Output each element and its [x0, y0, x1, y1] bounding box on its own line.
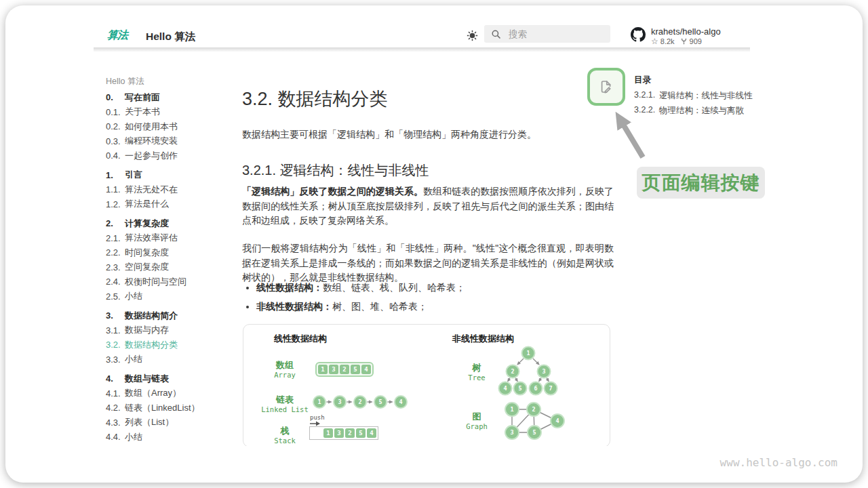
- sidebar-item-2-1[interactable]: 2.1.算法效率评估: [106, 231, 235, 246]
- svg-text:2: 2: [358, 399, 361, 405]
- sidebar-nav: Hello 算法 0.写在前面 0.1.关于本书 0.2.如何使用本书 0.3.…: [106, 76, 235, 445]
- svg-text:5: 5: [378, 399, 382, 405]
- sidebar-item-1-1[interactable]: 1.1.算法无处不在: [106, 182, 235, 197]
- nav-group-1: 1.引言 1.1.算法无处不在 1.2.算法是什么: [106, 168, 235, 212]
- svg-text:6: 6: [534, 385, 537, 392]
- svg-text:5: 5: [532, 429, 536, 436]
- nav-group-3: 3.数据结构简介 3.1.数据与内存 3.2.数据结构分类 3.3.小结: [106, 308, 235, 367]
- stack-label: 栈 Stack: [255, 426, 315, 445]
- svg-text:2: 2: [511, 368, 514, 375]
- stack-diagram: 1 3 2 5 4: [309, 426, 378, 440]
- page-body: Hello 算法 0.写在前面 0.1.关于本书 0.2.如何使用本书 0.3.…: [94, 54, 753, 446]
- search-icon: [491, 29, 501, 39]
- sidebar-item-2-4[interactable]: 2.4.权衡时间与空间: [106, 274, 235, 289]
- section-heading: 3.2.1. 逻辑结构：线性与非线性: [242, 161, 429, 180]
- annotation-arrow: [604, 103, 651, 164]
- page-title: 3.2. 数据结构分类: [242, 87, 388, 111]
- linked-list-label: 链表 Linked List: [255, 394, 315, 414]
- sidebar-item-0-2[interactable]: 0.2.如何使用本书: [106, 119, 235, 134]
- brightness-sun-icon: [467, 30, 478, 41]
- svg-text:1: 1: [526, 350, 530, 357]
- svg-text:4: 4: [399, 399, 402, 405]
- linked-list-diagram: 1 3 2 5 4: [311, 393, 413, 411]
- sidebar-item-1-2[interactable]: 1.2.算法是什么: [106, 197, 235, 212]
- sidebar-item-0[interactable]: 0.写在前面: [106, 90, 235, 105]
- sidebar-item-3-1[interactable]: 3.1.数据与内存: [106, 323, 235, 338]
- data-structure-figure: 线性数据结构 非线性数据结构 数组 Array 1 3 2 5 4 链表 Lin…: [243, 324, 610, 446]
- graph-label: 图 Graph: [447, 411, 507, 431]
- sidebar-item-2[interactable]: 2.计算复杂度: [106, 216, 235, 231]
- svg-text:2: 2: [532, 406, 535, 413]
- nav-group-2: 2.计算复杂度 2.1.算法效率评估 2.2.时间复杂度 2.3.空间复杂度 2…: [106, 216, 235, 304]
- graph-diagram: 1 2 3 4 5: [501, 398, 569, 442]
- sidebar-site-label: Hello 算法: [106, 76, 235, 85]
- github-icon: [631, 27, 646, 42]
- bullet-linear: 线性数据结构：数组、链表、栈、队列、哈希表；: [256, 281, 623, 296]
- edit-page-button[interactable]: [587, 68, 625, 106]
- sidebar-item-4[interactable]: 4.数组与链表: [106, 371, 235, 386]
- svg-text:4: 4: [555, 418, 559, 424]
- theme-toggle-button[interactable]: [467, 30, 478, 41]
- sidebar-item-0-4[interactable]: 0.4.一起参与创作: [106, 148, 235, 163]
- fork-count: 909: [690, 37, 702, 45]
- search-bar[interactable]: [484, 25, 610, 43]
- repo-name: krahets/hello-algo: [651, 26, 721, 37]
- svg-text:3: 3: [542, 368, 545, 375]
- nav-group-4: 4.数组与链表 4.1.数组（Array） 4.2.链表（LinkedList）…: [106, 371, 235, 445]
- tree-diagram: 1 2 3 4 5 6 7: [496, 344, 564, 398]
- toc-item-1[interactable]: 3.2.1.逻辑结构：线性与非线性: [634, 90, 753, 100]
- repo-stats: ☆ 8.2k 909: [651, 37, 702, 45]
- array-label: 数组 Array: [255, 360, 315, 380]
- sidebar-item-2-2[interactable]: 2.2.时间复杂度: [106, 245, 235, 260]
- sidebar-item-3[interactable]: 3.数据结构简介: [106, 308, 235, 323]
- star-count: 8.2k: [660, 37, 675, 45]
- figure-left-title: 线性数据结构: [274, 333, 327, 345]
- sidebar-item-4-2[interactable]: 4.2.链表（LinkedList）: [106, 401, 235, 415]
- array-diagram: 1 3 2 5 4: [315, 362, 374, 377]
- search-input[interactable]: [507, 28, 598, 40]
- bullet-nonlinear: 非线性数据结构：树、图、堆、哈希表；: [256, 300, 623, 314]
- svg-text:1: 1: [510, 406, 513, 413]
- github-repo-link[interactable]: krahets/hello-algo ☆ 8.2k 909: [631, 26, 746, 45]
- watermark: www.hello-algo.com: [702, 456, 837, 469]
- site-title[interactable]: Hello 算法: [146, 30, 195, 44]
- svg-text:1: 1: [317, 399, 321, 405]
- nav-group-0: 0.写在前面 0.1.关于本书 0.2.如何使用本书 0.3.编程环境安装 0.…: [106, 90, 235, 163]
- sidebar-item-4-4[interactable]: 4.4.小结: [106, 430, 235, 445]
- site-logo[interactable]: 算法: [107, 27, 134, 43]
- svg-text:7: 7: [549, 385, 552, 392]
- svg-text:3: 3: [338, 399, 341, 405]
- bullet-list: 线性数据结构：数组、链表、栈、队列、哈希表； 非线性数据结构：树、图、堆、哈希表…: [245, 281, 623, 318]
- sidebar-item-2-5[interactable]: 2.5.小结: [106, 289, 235, 304]
- push-arrow-icon: [310, 421, 321, 426]
- sidebar-item-3-3[interactable]: 3.3.小结: [106, 352, 235, 367]
- sidebar-item-0-3[interactable]: 0.3.编程环境安装: [106, 134, 235, 149]
- svg-text:4: 4: [503, 385, 507, 392]
- sidebar-item-0-1[interactable]: 0.1.关于本书: [106, 105, 235, 120]
- toc-panel: 目录 3.2.1.逻辑结构：线性与非线性 3.2.2.物理结构：连续与离散: [634, 75, 753, 120]
- intro-paragraph: 数据结构主要可根据「逻辑结构」和「物理结构」两种角度进行分类。: [242, 129, 614, 141]
- annotation-label: 页面编辑按键: [637, 167, 765, 199]
- sidebar-item-1[interactable]: 1.引言: [106, 168, 235, 183]
- svg-text:5: 5: [518, 385, 521, 392]
- toc-title: 目录: [634, 75, 753, 84]
- fork-icon: [680, 37, 688, 45]
- stack-push-label: push: [310, 414, 325, 421]
- paragraph-2: 我们一般将逻辑结构分为「线性」和「非线性」两种。"线性"这个概念很直观，即表明数…: [242, 241, 614, 285]
- sidebar-item-4-1[interactable]: 4.1.数组（Array）: [106, 386, 235, 401]
- sidebar-item-4-3[interactable]: 4.3.列表（List）: [106, 415, 235, 430]
- sidebar-item-3-2-active[interactable]: 3.2.数据结构分类: [106, 338, 235, 352]
- paragraph-1: 「逻辑结构」反映了数据之间的逻辑关系。数组和链表的数据按照顺序依次排列，反映了数…: [242, 184, 614, 228]
- svg-text:3: 3: [510, 429, 513, 436]
- sidebar-item-2-3[interactable]: 2.3.空间复杂度: [106, 260, 235, 275]
- edit-page-icon: [598, 79, 614, 95]
- header-divider: [94, 47, 750, 52]
- toc-item-2[interactable]: 3.2.2.物理结构：连续与离散: [634, 105, 753, 115]
- star-icon: ☆: [651, 38, 658, 45]
